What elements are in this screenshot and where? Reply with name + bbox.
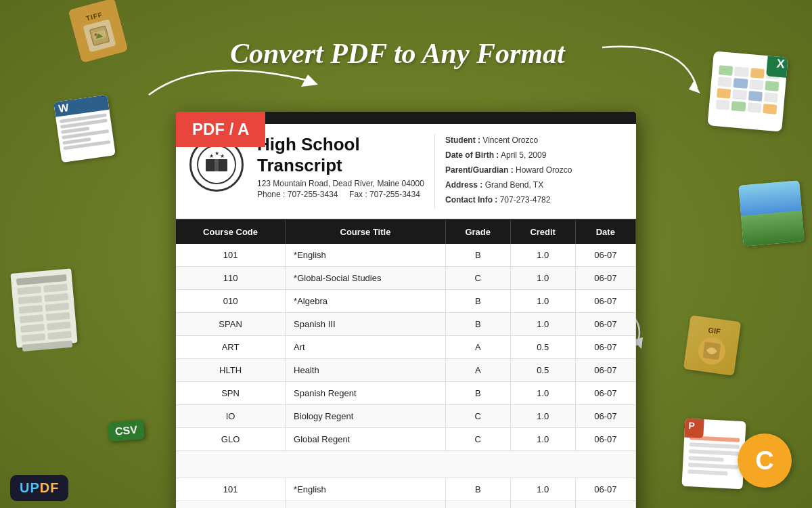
cell-code: HLTH [176, 359, 286, 382]
svg-marker-1 [689, 81, 700, 93]
ppt-icon: P [681, 419, 746, 490]
cell-credit: 0.5 [510, 336, 575, 359]
cell-credit: 1.0 [510, 267, 575, 290]
col-header-credit: Credit [510, 220, 575, 244]
cell-code: SPAN [176, 313, 286, 336]
cell-code: 010 [176, 290, 286, 313]
c-icon: C [738, 433, 792, 488]
cell-date: 06-07 [575, 359, 635, 382]
cell-date: 06-07 [575, 501, 635, 509]
cell-code: 101 [176, 501, 286, 509]
cell-date: 06-07 [575, 428, 635, 451]
cell-credit: 1.0 [510, 244, 575, 267]
dob-label: Date of Birth : [445, 150, 499, 160]
cell-credit: 1.0 [510, 428, 575, 451]
cell-grade: A [445, 359, 510, 382]
cell-grade: B [445, 313, 510, 336]
col-header-code: Course Code [176, 220, 286, 244]
word-icon: W [53, 95, 116, 163]
updf-up: UP [20, 480, 40, 495]
cell-date: 06-07 [575, 267, 635, 290]
col-header-grade: Grade [445, 220, 510, 244]
cell-code: 110 [176, 267, 286, 290]
svg-marker-0 [301, 75, 318, 87]
page-title: Convert PDF to Any Format [230, 37, 565, 70]
cell-title: Art [286, 336, 446, 359]
svg-rect-3 [89, 26, 109, 45]
updf-logo[interactable]: UPDF [10, 475, 68, 501]
school-address: 123 Mountain Road, Dead River, Maine 040… [257, 179, 434, 188]
excel-x-letter: X [766, 51, 788, 78]
cell-title: *Algebra [286, 290, 446, 313]
svg-marker-6 [94, 32, 103, 39]
cell-grade: B [445, 501, 510, 509]
document-title: High School Transcript [257, 134, 434, 176]
table-row: SPN Spanish Regent B 1.0 06-07 [176, 382, 636, 405]
cell-date: 06-07 [575, 313, 635, 336]
col-header-title: Course Title [286, 220, 446, 244]
gif-icon: GIF [683, 315, 741, 376]
cell-credit: 1.0 [510, 478, 575, 501]
student-name-row: Student : Vincent Orozco [445, 134, 623, 146]
dob-value: April 5, 2009 [501, 150, 546, 160]
guardian-label: Parent/Guardian : [445, 165, 514, 175]
guardian-value: Howard Orozco [516, 165, 572, 175]
cell-title: *English [286, 501, 446, 509]
cell-title: Health [286, 359, 446, 382]
cell-credit: 1.0 [510, 501, 575, 509]
cell-title: Spanish Regent [286, 382, 446, 405]
school-phone-fax: Phone : 707-255-3434 Fax : 707-255-3434 [257, 190, 434, 199]
svg-text:★: ★ [220, 153, 225, 159]
dob-row: Date of Birth : April 5, 2009 [445, 149, 623, 161]
cell-code: IO [176, 405, 286, 428]
ppt-p-letter: P [681, 419, 704, 438]
cell-code: GLO [176, 428, 286, 451]
left-sheet-decoration [10, 268, 77, 347]
col-header-date: Date [575, 220, 635, 244]
table-row: 101 *English B 1.0 06-07 [176, 478, 636, 501]
svg-rect-11 [215, 159, 219, 171]
cell-date: 06-07 [575, 290, 635, 313]
cell-grade: B [445, 478, 510, 501]
table-row [176, 451, 636, 478]
svg-point-5 [94, 33, 97, 36]
cell-credit: 1.0 [510, 405, 575, 428]
table-row: 010 *Algebra B 1.0 06-07 [176, 290, 636, 313]
table-row: 101 *English B 1.0 06-07 [176, 501, 636, 509]
cell-grade: C [445, 428, 510, 451]
cell-code: 101 [176, 478, 286, 501]
cell-grade: B [445, 244, 510, 267]
svg-text:★: ★ [215, 150, 219, 156]
address-label: Address : [445, 180, 482, 190]
cell-credit: 1.0 [510, 313, 575, 336]
cell-date: 06-07 [575, 244, 635, 267]
school-text-block: High School Transcript 123 Mountain Road… [257, 134, 434, 209]
right-image-decoration [738, 180, 805, 247]
school-phone: Phone : 707-255-3434 [257, 190, 338, 199]
pdf-a-badge: PDF / A [176, 112, 265, 147]
cell-title: *English [286, 478, 446, 501]
cell-code: ART [176, 336, 286, 359]
cell-grade: B [445, 382, 510, 405]
cell-grade: C [445, 267, 510, 290]
cell-date: 06-07 [575, 382, 635, 405]
excel-icon: X [707, 51, 788, 131]
cell-date: 06-07 [575, 478, 635, 501]
transcript-table: Course Code Course Title Grade Credit Da… [176, 220, 636, 508]
table-row: 101 *English B 1.0 06-07 [176, 244, 636, 267]
table-row: IO Biology Regent C 1.0 06-07 [176, 405, 636, 428]
right-arrow-decoration [589, 34, 710, 115]
contact-row: Contact Info : 707-273-4782 [445, 194, 623, 206]
cell-date: 06-07 [575, 405, 635, 428]
cell-date: 06-07 [575, 336, 635, 359]
document-container: ★ ★ ★ High School Transcript 123 Mountai… [176, 112, 636, 508]
cell-code: SPN [176, 382, 286, 405]
word-icon-letter: W [58, 102, 69, 115]
table-row: 110 *Global-Social Studies C 1.0 06-07 [176, 267, 636, 290]
svg-rect-10 [218, 159, 227, 171]
cell-title: Spanish III [286, 313, 446, 336]
svg-rect-7 [702, 341, 721, 360]
student-name: Vincent Orozco [482, 135, 538, 145]
csv-badge: CSV [108, 420, 145, 442]
cell-title: *Global-Social Studies [286, 267, 446, 290]
